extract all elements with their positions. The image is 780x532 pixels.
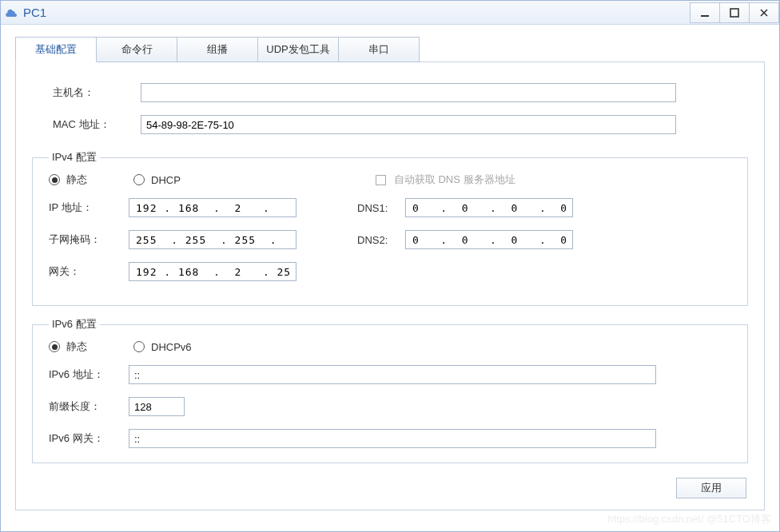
dns2-input[interactable] [405,230,573,249]
prefix-label: 前缀长度： [49,399,129,414]
ipv4-dhcp-radio[interactable] [133,174,145,185]
tab-multicast[interactable]: 组播 [177,37,258,62]
ipv6-mode-row: 静态 DHCPv6 [49,339,731,354]
close-button[interactable] [749,2,779,23]
prefix-row: 前缀长度： [49,397,731,416]
auto-dns-label: 自动获取 DNS 服务器地址 [394,173,515,187]
svg-rect-1 [730,9,738,17]
minimize-icon [700,8,710,18]
auto-dns-checkbox[interactable] [376,175,386,185]
apply-button[interactable]: 应用 [676,478,746,498]
ipv4-fieldset: IPv4 配置 静态 DHCP 自动获取 DNS 服务器地址 IP 地址： [32,150,748,306]
ipv6-gw-input[interactable] [129,429,656,448]
ipv4-mode-row: 静态 DHCP 自动获取 DNS 服务器地址 [49,173,731,187]
ipv6-gw-label: IPv6 网关： [49,431,129,446]
ip-row: IP 地址： DNS1: [49,198,731,217]
tab-serial[interactable]: 串口 [338,37,420,62]
window-title: PC1 [23,6,46,19]
dns2-label: DNS2: [357,234,405,246]
close-icon [759,8,769,18]
maximize-button[interactable] [719,2,750,23]
app-icon [6,6,18,19]
ipv6-legend: IPv6 配置 [49,317,100,332]
ipv4-static-radio[interactable] [49,174,60,185]
ipv6-addr-input[interactable] [129,365,656,384]
ipv6-dhcpv6-radio[interactable] [133,341,145,352]
hostname-label: 主机名： [53,85,141,100]
svg-rect-0 [701,15,709,17]
mac-input[interactable] [141,115,676,134]
footer: 应用 [32,474,748,498]
tab-bar: 基础配置 命令行 组播 UDP发包工具 串口 [15,36,765,62]
content-area: 基础配置 命令行 组播 UDP发包工具 串口 主机名： MAC 地址： IPv4… [1,25,779,522]
mask-input[interactable] [129,230,296,249]
tab-basic[interactable]: 基础配置 [15,37,97,62]
mac-label: MAC 地址： [53,117,141,132]
ipv6-addr-label: IPv6 地址： [49,367,129,382]
hostname-input[interactable] [141,83,676,102]
mask-label: 子网掩码： [49,232,129,247]
maximize-icon [730,8,739,18]
ipv4-dhcp-label: DHCP [151,174,181,186]
ipv4-static-label: 静态 [66,173,87,187]
ipv6-gw-row: IPv6 网关： [49,429,731,448]
ipv6-static-label: 静态 [66,339,87,354]
titlebar-left: PC1 [6,6,46,19]
config-panel: 主机名： MAC 地址： IPv4 配置 静态 DHCP 自动获取 DNS 服务… [15,62,765,510]
ipv6-addr-row: IPv6 地址： [49,365,731,384]
dns1-label: DNS1: [357,202,405,214]
tab-cli[interactable]: 命令行 [96,37,177,62]
ipv6-dhcpv6-label: DHCPv6 [151,341,192,353]
tab-udp[interactable]: UDP发包工具 [257,37,339,62]
apply-button-label: 应用 [701,481,722,495]
prefix-input[interactable] [129,397,185,416]
dns1-input[interactable] [405,198,573,217]
mask-row: 子网掩码： DNS2: [49,230,731,249]
ip-input[interactable] [129,198,296,217]
minimize-button[interactable] [690,2,720,23]
gateway-input[interactable] [129,262,296,281]
gateway-row: 网关： [49,262,731,281]
app-window: PC1 基础配置 命令行 组播 UDP发包工具 串口 主机名： [0,0,780,532]
ip-label: IP 地址： [49,200,129,215]
mac-row: MAC 地址： [53,115,727,134]
gateway-label: 网关： [49,264,129,279]
window-controls [690,2,779,23]
hostname-row: 主机名： [53,83,727,102]
ipv6-static-radio[interactable] [49,341,60,352]
ipv6-fieldset: IPv6 配置 静态 DHCPv6 IPv6 地址： 前缀长度： IPv6 [32,317,748,463]
ipv4-legend: IPv4 配置 [49,150,100,165]
titlebar: PC1 [1,1,779,25]
